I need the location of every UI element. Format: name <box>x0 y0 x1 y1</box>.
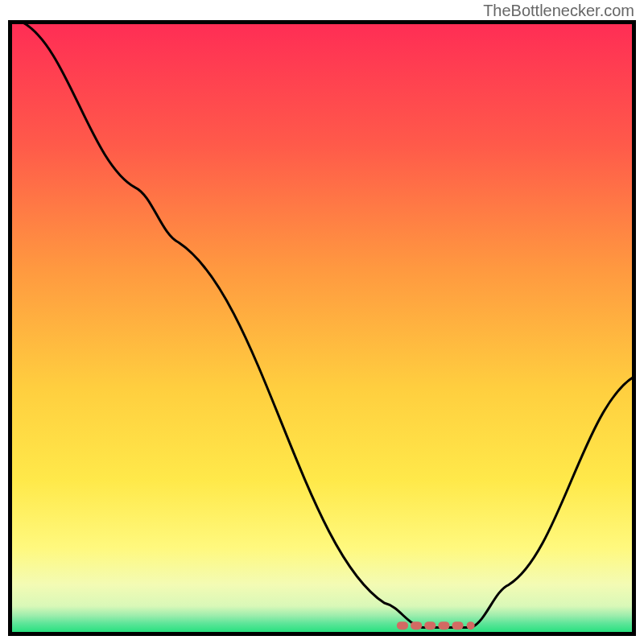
bottleneck-chart <box>8 20 636 636</box>
svg-rect-1 <box>397 621 408 630</box>
svg-rect-2 <box>411 621 422 630</box>
chart-svg <box>8 20 636 636</box>
watermark-text: TheBottlenecker.com <box>483 2 634 20</box>
svg-rect-3 <box>424 621 436 630</box>
svg-point-6 <box>467 621 475 630</box>
svg-rect-4 <box>438 621 449 630</box>
svg-rect-5 <box>452 621 463 630</box>
gradient-background <box>10 23 634 634</box>
